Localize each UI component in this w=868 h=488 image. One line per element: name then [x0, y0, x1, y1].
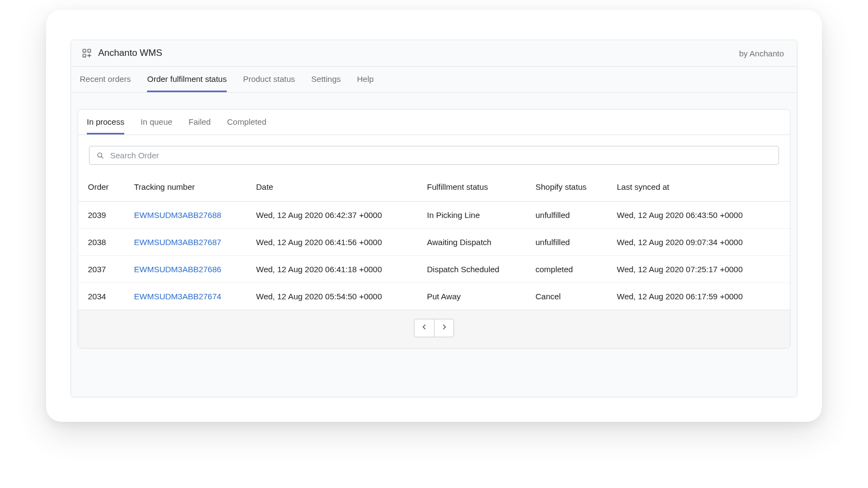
cell-fulfillment: Dispatch Scheduled	[417, 256, 526, 283]
pager-prev-button[interactable]	[414, 319, 434, 337]
tracking-link[interactable]: EWMSUDM3ABB27674	[134, 292, 221, 301]
col-header-order: Order	[78, 176, 124, 202]
table-row: 2039 EWMSUDM3ABB27688 Wed, 12 Aug 2020 0…	[78, 202, 790, 229]
cell-synced: Wed, 12 Aug 2020 06:17:59 +0000	[607, 283, 790, 310]
search-wrap	[78, 135, 790, 165]
cell-shopify: completed	[526, 256, 607, 283]
app-byline: by Anchanto	[739, 49, 784, 58]
header-bar: Anchanto WMS by Anchanto	[71, 40, 797, 67]
tracking-link[interactable]: EWMSUDM3ABB27688	[134, 210, 221, 220]
search-input[interactable]	[110, 151, 772, 160]
sub-tabs: In process In queue Failed Completed	[78, 110, 790, 135]
main-tabs: Recent orders Order fulfilment status Pr…	[71, 67, 797, 93]
window-frame: Anchanto WMS by Anchanto Recent orders O…	[0, 0, 868, 488]
search-icon	[96, 151, 105, 160]
cell-date: Wed, 12 Aug 2020 05:54:50 +0000	[246, 283, 417, 310]
col-header-shopify: Shopify status	[526, 176, 607, 202]
header-left: Anchanto WMS	[82, 48, 162, 59]
tracking-link[interactable]: EWMSUDM3ABB27686	[134, 265, 221, 274]
tracking-link[interactable]: EWMSUDM3ABB27687	[134, 237, 221, 247]
svg-rect-0	[83, 49, 86, 52]
cell-date: Wed, 12 Aug 2020 06:41:56 +0000	[246, 229, 417, 256]
col-header-fulfillment: Fulfillment status	[417, 176, 526, 202]
svg-rect-1	[88, 49, 91, 52]
cell-order: 2039	[78, 202, 124, 229]
cell-fulfillment: In Picking Line	[417, 202, 526, 229]
tab-settings[interactable]: Settings	[311, 67, 341, 92]
pager-group	[414, 319, 454, 337]
cell-order: 2038	[78, 229, 124, 256]
cell-shopify: unfulfilled	[526, 229, 607, 256]
col-header-date: Date	[246, 176, 417, 202]
subtab-failed[interactable]: Failed	[189, 110, 211, 134]
cell-order: 2034	[78, 283, 124, 310]
table-header-row: Order Tracking number Date Fulfillment s…	[78, 176, 790, 202]
orders-panel: In process In queue Failed Completed	[78, 109, 790, 349]
cell-synced: Wed, 12 Aug 2020 09:07:34 +0000	[607, 229, 790, 256]
cell-date: Wed, 12 Aug 2020 06:41:18 +0000	[246, 256, 417, 283]
arrow-left-icon	[420, 323, 429, 333]
subtab-in-queue[interactable]: In queue	[141, 110, 172, 134]
cell-synced: Wed, 12 Aug 2020 06:43:50 +0000	[607, 202, 790, 229]
tab-help[interactable]: Help	[357, 67, 374, 92]
table-row: 2038 EWMSUDM3ABB27687 Wed, 12 Aug 2020 0…	[78, 229, 790, 256]
svg-rect-2	[83, 54, 86, 57]
orders-table: Order Tracking number Date Fulfillment s…	[78, 176, 790, 310]
cell-fulfillment: Awaiting Dispatch	[417, 229, 526, 256]
subtab-completed[interactable]: Completed	[227, 110, 266, 134]
app-card: Anchanto WMS by Anchanto Recent orders O…	[46, 10, 822, 422]
cell-date: Wed, 12 Aug 2020 06:42:37 +0000	[246, 202, 417, 229]
cell-synced: Wed, 12 Aug 2020 07:25:17 +0000	[607, 256, 790, 283]
app-title: Anchanto WMS	[98, 48, 162, 59]
col-header-tracking: Tracking number	[124, 176, 246, 202]
tab-recent-orders[interactable]: Recent orders	[80, 67, 131, 92]
table-row: 2037 EWMSUDM3ABB27686 Wed, 12 Aug 2020 0…	[78, 256, 790, 283]
tab-product-status[interactable]: Product status	[243, 67, 295, 92]
arrow-right-icon	[440, 323, 449, 333]
subtab-in-process[interactable]: In process	[87, 110, 124, 134]
search-box[interactable]	[89, 146, 779, 165]
pager	[78, 310, 790, 348]
app-inner: Anchanto WMS by Anchanto Recent orders O…	[71, 40, 797, 397]
tab-order-fulfilment-status[interactable]: Order fulfilment status	[147, 67, 227, 92]
app-menu-icon	[82, 48, 92, 58]
cell-shopify: unfulfilled	[526, 202, 607, 229]
pager-next-button[interactable]	[434, 319, 454, 337]
cell-fulfillment: Put Away	[417, 283, 526, 310]
col-header-synced: Last synced at	[607, 176, 790, 202]
table-row: 2034 EWMSUDM3ABB27674 Wed, 12 Aug 2020 0…	[78, 283, 790, 310]
cell-shopify: Cancel	[526, 283, 607, 310]
cell-order: 2037	[78, 256, 124, 283]
